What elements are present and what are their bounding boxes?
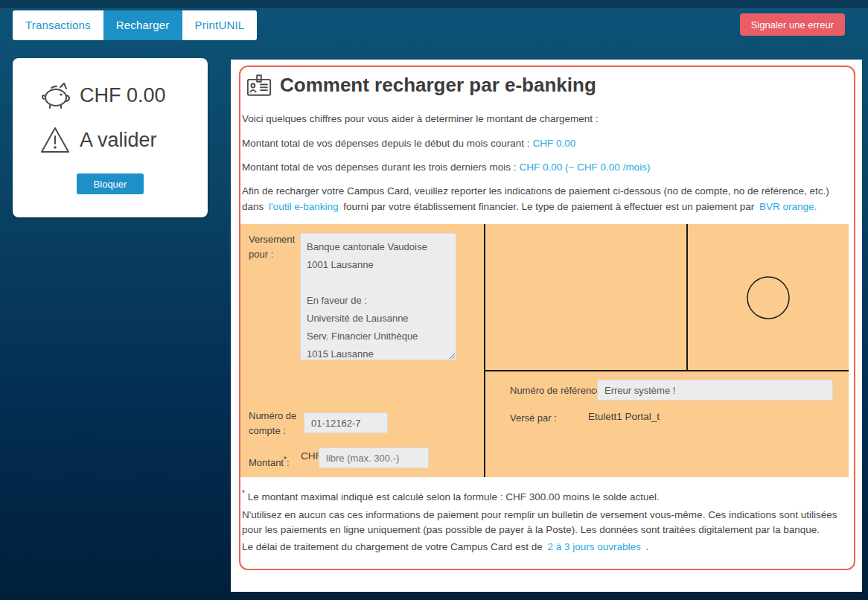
bvr-payment-slip: Versement pour : Banque cantonale Vaudoi… (240, 224, 849, 477)
page-title-row: Comment recharger par e-banking (246, 73, 596, 98)
spent-3months-label: Montant total de vos dépenses durant les… (242, 162, 516, 173)
page-title: Comment recharger par e-banking (280, 74, 596, 97)
spent-month-label: Montant total de vos dépenses depuis le … (242, 138, 530, 149)
instructions-text: Afin de recharger votre Campus Card, veu… (242, 183, 843, 214)
paid-by-value: Etulett1 Portal_t (588, 411, 660, 422)
tab-printunil[interactable]: PrintUNIL (182, 10, 258, 40)
warning-icon (38, 124, 72, 156)
spent-month-line: Montant total de vos dépenses depuis le … (242, 135, 843, 151)
account-number-input[interactable] (304, 412, 388, 433)
ebanking-tool-link[interactable]: l'outil e-banking (269, 201, 338, 212)
main-panel: Comment recharger par e-banking Voici qu… (231, 60, 862, 592)
piggy-bank-icon (38, 79, 72, 112)
report-error-button[interactable]: Signaler une erreur (740, 13, 845, 36)
bvr-divider-horizontal (484, 370, 849, 371)
footnote-delay-text: Le délai de traitement du chargement de … (242, 541, 543, 552)
footnote-delay-period: . (646, 541, 649, 552)
status-text: A valider (80, 129, 157, 152)
bvr-orange-link[interactable]: BVR orange. (759, 201, 817, 212)
payee-label: Versement pour : (249, 232, 298, 262)
tab-bar: Transactions Recharger PrintUNIL (13, 10, 257, 40)
amount-label-colon: : (287, 457, 290, 468)
balance-row: CHF 0.00 (38, 79, 166, 112)
account-number-label: Numéro de compte : (249, 409, 302, 438)
reference-number-input[interactable] (597, 380, 833, 400)
payee-textarea[interactable]: Banque cantonale Vaudoise 1001 Lausanne … (300, 233, 456, 360)
footnote-max-amount: * Le montant maximal indiqué est calculé… (242, 485, 843, 505)
recharge-info-card: Comment recharger par e-banking Voici qu… (239, 66, 855, 570)
tab-recharger[interactable]: Recharger (103, 10, 182, 40)
balance-amount: CHF 0.00 (80, 84, 166, 107)
id-card-icon (246, 73, 272, 98)
instructions-part2: fourni par votre établissement financier… (343, 201, 754, 212)
reference-number-label: Numéro de référence : (510, 383, 607, 398)
footnote-warning: N'utilisez en aucun cas ces informations… (242, 508, 846, 537)
spent-month-value: CHF 0.00 (533, 138, 576, 149)
spent-3months-line: Montant total de vos dépenses durant les… (242, 159, 843, 175)
bvr-stamp-circle (745, 275, 791, 321)
amount-input[interactable] (319, 447, 429, 468)
paid-by-label: Versé par : (510, 411, 557, 426)
amount-label-text: Montant (249, 457, 284, 468)
block-card-button[interactable]: Bloquer (77, 173, 144, 194)
footnote-delay: Le délai de traitement du chargement de … (242, 539, 843, 555)
status-row: A valider (38, 124, 157, 156)
intro-text: Voici quelques chiffres pour vous aider … (242, 111, 843, 127)
amount-label: Montant*: (249, 453, 290, 470)
spent-3months-value: CHF 0.00 (~ CHF 0.00 /mois) (519, 162, 650, 173)
footnote-max-amount-text: Le montant maximal indiqué est calculé s… (248, 491, 660, 502)
top-strip (0, 0, 868, 8)
bvr-divider-vertical-2 (686, 224, 688, 370)
tab-transactions[interactable]: Transactions (13, 10, 103, 40)
balance-card: CHF 0.00 A valider Bloquer (13, 58, 208, 217)
footnote-asterisk: * (242, 489, 245, 497)
processing-delay-link[interactable]: 2 à 3 jours ouvrables (548, 541, 641, 552)
bvr-divider-vertical-1 (484, 224, 485, 477)
